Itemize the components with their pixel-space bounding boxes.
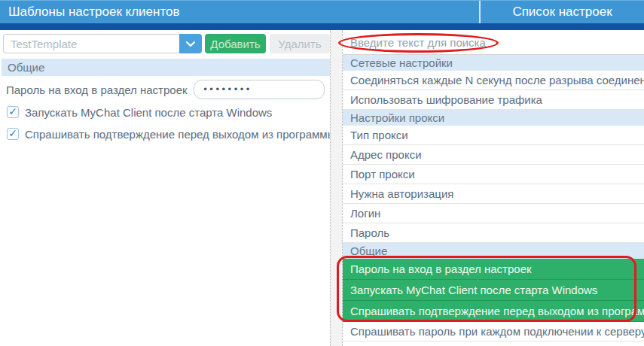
settings-row[interactable]: Порт прокси — [343, 165, 644, 184]
search-input[interactable] — [343, 30, 644, 54]
template-combobox[interactable] — [3, 34, 179, 53]
add-template-button[interactable]: Добавить — [205, 34, 266, 53]
templates-panel: Добавить Удалить Общие Пароль на вход в … — [0, 30, 330, 346]
settings-row[interactable]: Логин — [343, 204, 644, 223]
template-dropdown-button[interactable] — [179, 34, 202, 53]
left-panel-title: Шаблоны настроек клиентов — [8, 1, 180, 23]
right-panel-title: Список настроек — [481, 1, 644, 23]
settings-search-box[interactable] — [343, 30, 644, 55]
chevron-down-icon — [186, 38, 195, 50]
header-accent-bar — [0, 23, 644, 30]
checkbox-autostart[interactable]: ✓ — [7, 106, 19, 118]
settings-row[interactable]: Использовать шифрование трафика — [343, 90, 644, 110]
title-bar: Шаблоны настроек клиентов Список настрое… — [0, 0, 644, 23]
settings-group-general: Общие — [343, 243, 644, 259]
checkbox-label: Спрашивать подтверждение перед выходом и… — [25, 128, 335, 141]
settings-rows: Сетевые настройки Соединяться каждые N с… — [343, 55, 644, 341]
panel-splitter[interactable] — [330, 30, 343, 346]
app-window: Шаблоны настроек клиентов Список настрое… — [0, 0, 644, 346]
settings-row[interactable]: Тип прокси — [343, 126, 644, 145]
checkbox-row-autostart[interactable]: ✓ Запускать MyChat Client после старта W… — [7, 105, 272, 119]
settings-row[interactable]: Нужна авторизация — [343, 184, 644, 204]
settings-row[interactable]: Адрес прокси — [343, 145, 644, 165]
settings-group-network: Сетевые настройки — [343, 55, 644, 71]
settings-row[interactable]: Пароль — [343, 223, 644, 243]
password-field[interactable] — [194, 80, 325, 99]
password-setting-label: Пароль на вход в раздел настроек — [6, 82, 188, 99]
checkbox-confirm-exit[interactable]: ✓ — [7, 128, 19, 140]
settings-row-highlighted[interactable]: Спрашивать подтверждение перед выходом и… — [343, 301, 644, 322]
delete-template-button[interactable]: Удалить — [270, 34, 330, 53]
checkmark-icon: ✓ — [8, 106, 17, 117]
settings-row-highlighted[interactable]: Запускать MyChat Client после старта Win… — [343, 280, 644, 301]
settings-row[interactable]: Соединяться каждые N секунд после разрыв… — [343, 71, 644, 90]
checkbox-row-confirm-exit[interactable]: ✓ Спрашивать подтверждение перед выходом… — [7, 127, 335, 141]
settings-row-highlighted[interactable]: Пароль на вход в раздел настроек — [343, 259, 644, 280]
settings-group-proxy: Настройки прокси — [343, 110, 644, 126]
checkmark-icon: ✓ — [8, 128, 17, 138]
settings-list-panel: Сетевые настройки Соединяться каждые N с… — [343, 30, 644, 346]
checkbox-label: Запускать MyChat Client после старта Win… — [25, 106, 272, 119]
section-header-general: Общие — [2, 59, 330, 76]
template-name-input[interactable] — [4, 35, 179, 53]
settings-row[interactable]: Спрашивать пароль при каждом подключении… — [343, 322, 644, 341]
